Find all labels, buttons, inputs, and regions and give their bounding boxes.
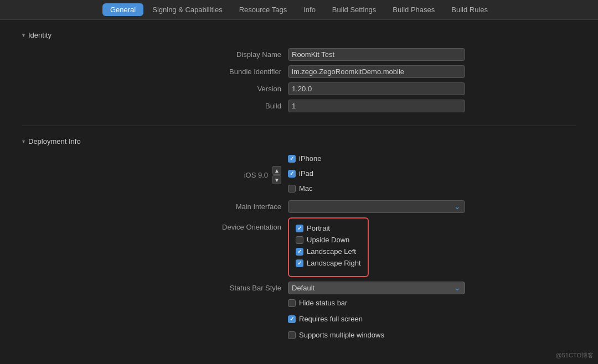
- landscape-right-row: ✓ Landscape Right: [296, 259, 361, 267]
- ipad-checkmark: ✓: [290, 171, 294, 176]
- ios-version-text: iOS 9.0: [244, 171, 268, 179]
- identity-section: ▾ Identity Display Name Bundle Identifie…: [22, 31, 576, 112]
- portrait-checkbox[interactable]: ✓: [296, 225, 303, 232]
- ios-stepper-down[interactable]: ▼: [272, 175, 281, 184]
- requires-full-screen-checkbox[interactable]: ✓: [288, 315, 296, 323]
- deployment-section: ▾ Deployment Info iOS 9.0 ▲ ▼ ✓: [22, 137, 576, 342]
- requires-full-screen-checkbox-row: ✓ Requires full screen: [288, 315, 363, 323]
- upside-down-row: Upside Down: [296, 236, 361, 244]
- tab-info[interactable]: Info: [296, 3, 323, 16]
- hide-status-bar-row: Hide status bar: [22, 299, 576, 310]
- ios-label: iOS 9.0 ▲ ▼: [22, 166, 288, 184]
- identity-header: ▾ Identity: [22, 31, 576, 39]
- main-content: ▾ Identity Display Name Bundle Identifie…: [0, 20, 598, 364]
- ipad-checkbox[interactable]: ✓: [288, 170, 296, 178]
- landscape-right-label: Landscape Right: [307, 259, 361, 267]
- device-orientation-label: Device Orientation: [22, 217, 288, 231]
- watermark: @51CTO博客: [556, 351, 594, 360]
- bundle-id-label: Bundle Identifier: [22, 67, 288, 76]
- supports-multiple-windows-label: Supports multiple windows: [299, 331, 384, 339]
- identity-chevron[interactable]: ▾: [22, 32, 25, 38]
- landscape-left-checkbox[interactable]: ✓: [296, 248, 303, 256]
- tab-resource-tags[interactable]: Resource Tags: [231, 3, 295, 16]
- main-interface-select[interactable]: [288, 200, 465, 213]
- bundle-id-input[interactable]: [288, 65, 465, 78]
- landscape-right-checkmark: ✓: [297, 261, 302, 266]
- status-bar-style-row: Status Bar Style Default Light Content D…: [22, 282, 576, 294]
- supports-multiple-windows-row: Supports multiple windows: [22, 331, 576, 342]
- identity-title: Identity: [28, 31, 51, 39]
- divider-1: [22, 126, 576, 126]
- main-interface-select-wrapper: [288, 200, 465, 213]
- tab-signing[interactable]: Signing & Capabilities: [145, 3, 230, 16]
- deployment-title: Deployment Info: [28, 137, 81, 145]
- version-input[interactable]: [288, 82, 465, 95]
- version-row: Version: [22, 82, 576, 95]
- supports-multiple-windows-checkbox-row: Supports multiple windows: [288, 331, 384, 339]
- display-name-label: Display Name: [22, 50, 288, 59]
- landscape-left-checkmark: ✓: [297, 249, 302, 254]
- upside-down-checkbox[interactable]: [296, 236, 303, 244]
- mac-label: Mac: [299, 184, 313, 193]
- ios-targets-row: iOS 9.0 ▲ ▼ ✓ iPhone ✓: [22, 154, 576, 196]
- hide-status-bar-checkbox-row: Hide status bar: [288, 299, 347, 307]
- device-orientation-row: Device Orientation ✓ Portrait Upside Dow…: [22, 217, 576, 277]
- main-interface-row: Main Interface: [22, 200, 576, 213]
- mac-row: Mac: [288, 184, 321, 193]
- bundle-id-row: Bundle Identifier: [22, 65, 576, 78]
- landscape-left-row: ✓ Landscape Left: [296, 247, 361, 256]
- build-input[interactable]: [288, 100, 465, 112]
- tab-build-rules[interactable]: Build Rules: [444, 3, 496, 16]
- display-name-input[interactable]: [288, 48, 465, 61]
- tab-general[interactable]: General: [102, 3, 143, 16]
- version-label: Version: [22, 85, 288, 93]
- hide-status-bar-label: Hide status bar: [299, 299, 347, 307]
- supports-multiple-windows-checkbox[interactable]: [288, 331, 296, 339]
- portrait-row: ✓ Portrait: [296, 224, 361, 232]
- requires-full-screen-label: Requires full screen: [299, 315, 363, 323]
- iphone-row: ✓ iPhone: [288, 154, 321, 163]
- iphone-label: iPhone: [299, 154, 321, 163]
- tab-bar: General Signing & Capabilities Resource …: [0, 0, 598, 20]
- requires-full-screen-row: ✓ Requires full screen: [22, 315, 576, 326]
- landscape-right-checkbox[interactable]: ✓: [296, 259, 303, 267]
- build-row: Build: [22, 100, 576, 112]
- ios-stepper-up[interactable]: ▲: [272, 166, 281, 175]
- mac-checkbox[interactable]: [288, 185, 296, 193]
- ipad-label: iPad: [299, 169, 313, 178]
- status-bar-style-label: Status Bar Style: [22, 284, 288, 292]
- landscape-left-label: Landscape Left: [307, 247, 356, 256]
- main-interface-label: Main Interface: [22, 202, 288, 211]
- iphone-checkbox[interactable]: ✓: [288, 155, 296, 163]
- ipad-row: ✓ iPad: [288, 169, 321, 178]
- hide-status-bar-checkbox[interactable]: [288, 299, 296, 307]
- build-label: Build: [22, 102, 288, 110]
- display-name-row: Display Name: [22, 48, 576, 61]
- deployment-header: ▾ Deployment Info: [22, 137, 576, 145]
- tab-build-phases[interactable]: Build Phases: [385, 3, 442, 16]
- upside-down-label: Upside Down: [307, 236, 349, 244]
- device-targets: ✓ iPhone ✓ iPad Mac: [288, 154, 321, 196]
- requires-full-screen-checkmark: ✓: [290, 316, 294, 322]
- tab-build-settings[interactable]: Build Settings: [324, 3, 384, 16]
- portrait-label: Portrait: [307, 224, 330, 232]
- portrait-checkmark: ✓: [297, 226, 302, 231]
- iphone-checkmark: ✓: [290, 156, 294, 162]
- device-orientation-box: ✓ Portrait Upside Down ✓ Landscape Left: [288, 217, 369, 277]
- status-bar-style-select-wrapper: Default Light Content Dark Content: [288, 282, 465, 294]
- status-bar-style-select[interactable]: Default Light Content Dark Content: [288, 282, 465, 294]
- deployment-chevron[interactable]: ▾: [22, 138, 25, 144]
